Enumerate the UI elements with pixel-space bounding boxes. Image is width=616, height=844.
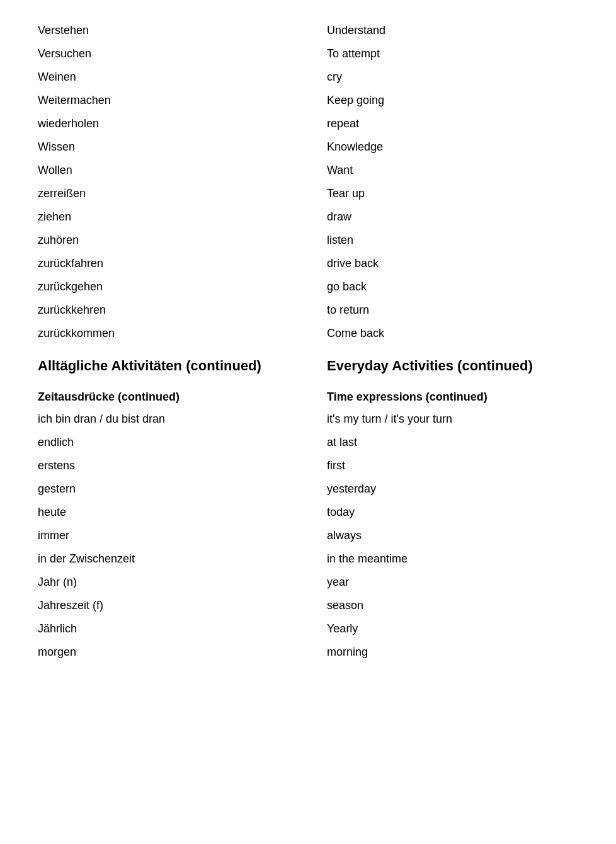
vocab-row: Wissen Knowledge [25,135,591,159]
section-title-german: Alltägliche Aktivitäten (continued) [25,345,308,378]
german-time-term: heute [25,501,308,524]
subsection-title-english: Time expressions (continued) [308,378,591,408]
vocab-row: zurückkehren to return [25,299,591,322]
vocab-row: Verstehen Understand [25,19,591,42]
time-vocab-row: in der Zwischenzeit in the meantime [25,547,591,571]
german-term: zurückkommen [25,322,308,345]
vocab-row: wiederholen repeat [25,112,591,135]
english-time-term: first [308,454,591,477]
german-time-term: ich bin dran / du bist dran [25,408,308,431]
german-term: zurückfahren [25,252,308,275]
english-term: go back [308,275,591,299]
german-time-term: endlich [25,431,308,454]
vocab-table: Verstehen Understand Versuchen To attemp… [25,19,591,664]
english-term: To attempt [308,42,591,66]
time-vocab-row: endlich at last [25,431,591,454]
time-vocab-row: Jährlich Yearly [25,617,591,641]
time-vocab-row: Jahr (n) year [25,571,591,594]
german-time-term: morgen [25,641,308,664]
english-term: Tear up [308,182,591,205]
german-term: Wissen [25,135,308,159]
section-title-english: Everyday Activities (continued) [308,345,591,378]
english-time-term: year [308,571,591,594]
german-term: wiederholen [25,112,308,135]
german-term: zurückgehen [25,275,308,299]
time-vocab-row: immer always [25,524,591,547]
german-time-term: erstens [25,454,308,477]
german-term: Weinen [25,66,308,89]
vocab-row: ziehen draw [25,205,591,229]
section-header-row: Alltägliche Aktivitäten (continued) Ever… [25,345,591,378]
english-time-term: at last [308,431,591,454]
english-time-term: in the meantime [308,547,591,571]
english-time-term: it's my turn / it's your turn [308,408,591,431]
english-term: drive back [308,252,591,275]
german-time-term: Jahreszeit (f) [25,594,308,617]
german-term: ziehen [25,205,308,229]
time-vocab-row: erstens first [25,454,591,477]
english-term: Understand [308,19,591,42]
english-term: Want [308,159,591,182]
english-time-term: yesterday [308,477,591,501]
vocab-row: zuhören listen [25,229,591,252]
vocab-row: Weinen cry [25,66,591,89]
vocab-row: zurückkommen Come back [25,322,591,345]
english-time-term: always [308,524,591,547]
subsection-header-row: Zeitausdrücke (continued) Time expressio… [25,378,591,408]
german-term: zuhören [25,229,308,252]
german-time-term: Jahr (n) [25,571,308,594]
english-time-term: morning [308,641,591,664]
german-time-term: Jährlich [25,617,308,641]
vocab-row: Weitermachen Keep going [25,89,591,112]
english-term: listen [308,229,591,252]
german-time-term: immer [25,524,308,547]
english-term: Come back [308,322,591,345]
german-term: zurückkehren [25,299,308,322]
german-term: Verstehen [25,19,308,42]
vocab-row: Wollen Want [25,159,591,182]
english-term: repeat [308,112,591,135]
german-time-term: gestern [25,477,308,501]
time-vocab-row: heute today [25,501,591,524]
german-time-term: in der Zwischenzeit [25,547,308,571]
subsection-title-german: Zeitausdrücke (continued) [25,378,308,408]
vocab-row: zurückfahren drive back [25,252,591,275]
english-term: draw [308,205,591,229]
english-time-term: Yearly [308,617,591,641]
german-term: Wollen [25,159,308,182]
vocab-row: zurückgehen go back [25,275,591,299]
english-term: Keep going [308,89,591,112]
time-vocab-row: morgen morning [25,641,591,664]
english-time-term: season [308,594,591,617]
german-term: Versuchen [25,42,308,66]
german-term: zerreißen [25,182,308,205]
german-term: Weitermachen [25,89,308,112]
vocab-row: Versuchen To attempt [25,42,591,66]
time-vocab-row: ich bin dran / du bist dran it's my turn… [25,408,591,431]
time-vocab-row: gestern yesterday [25,477,591,501]
english-term: Knowledge [308,135,591,159]
vocab-row: zerreißen Tear up [25,182,591,205]
english-time-term: today [308,501,591,524]
time-vocab-row: Jahreszeit (f) season [25,594,591,617]
english-term: to return [308,299,591,322]
english-term: cry [308,66,591,89]
